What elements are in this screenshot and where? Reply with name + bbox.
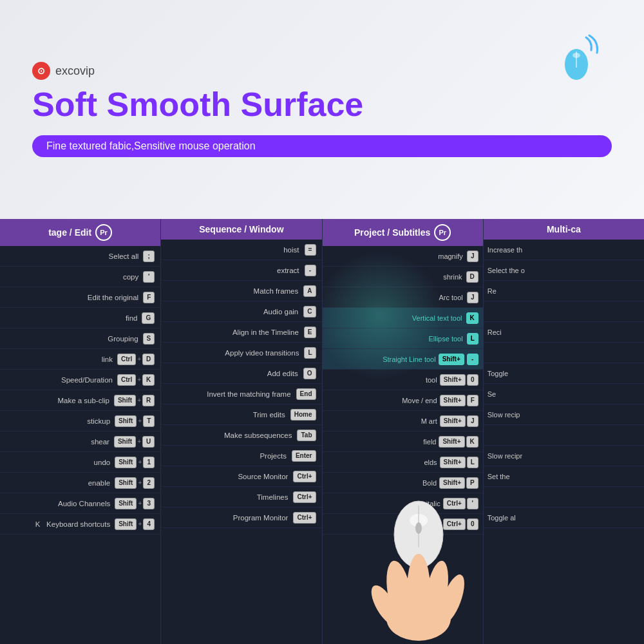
row-shear: shear Shift+U [0, 431, 160, 452]
proj-move-end: Move / end Shift+ F [323, 390, 483, 411]
far-row-5: Reci [484, 322, 644, 343]
row-audio-channels: Audio Channels Shift+3 [0, 493, 160, 514]
svg-point-6 [415, 522, 422, 534]
seq-video-transitions: Apply video transitions L [161, 343, 321, 363]
row-select-all: Select all ; [0, 246, 160, 267]
row-grouping: Grouping S [0, 328, 160, 349]
far-row-11: Slow recipr [484, 446, 644, 466]
far-row-10 [484, 425, 644, 446]
col3-pr-badge: Pr [434, 224, 451, 241]
far-row-3: Re [484, 281, 644, 301]
far-row-13 [484, 487, 644, 507]
far-row-8: Se [484, 384, 644, 404]
far-row-4 [484, 301, 644, 322]
svg-point-12 [386, 596, 451, 641]
row-speed: Speed/Duration Ctrl+K [0, 370, 160, 390]
far-row-2: Select the o [484, 260, 644, 281]
row-subclip: Make a sub-clip Shift+R [0, 390, 160, 411]
main-title: Soft Smooth Surface [32, 86, 612, 123]
proj-m-art: M art Shift+ J [323, 411, 483, 431]
col2-title: Sequence / Window [199, 224, 283, 234]
brand-row: ⊙ excovip [32, 62, 612, 80]
row-find: find G [0, 308, 160, 328]
col1-panel: tage / Edit Pr Select all ; copy ' Edit … [0, 219, 161, 644]
col3-header: Project / Subtitles Pr [323, 219, 483, 246]
proj-field: field Shift+ K [323, 431, 483, 452]
bottom-section: tage / Edit Pr Select all ; copy ' Edit … [0, 219, 644, 644]
seq-subsequences: Make subsequences Tab [161, 425, 321, 446]
col4-title: Multi-ca [547, 224, 581, 234]
col1-title: tage / Edit [48, 227, 91, 238]
seq-timelines: Timelines Ctrl+ [161, 487, 321, 507]
seq-extract: extract - [161, 260, 321, 281]
row-copy: copy ' [0, 267, 160, 287]
mouse-icon [554, 32, 599, 86]
col1-header: tage / Edit Pr [0, 219, 160, 246]
far-row-14: Toggle al [484, 507, 644, 528]
row-edit-original: Edit the original F [0, 287, 160, 308]
far-row-9: Slow recip [484, 404, 644, 425]
hand-mouse-overlay [361, 464, 477, 644]
brand-name: excovip [55, 64, 95, 78]
seq-match-frames: Match frames A [161, 281, 321, 301]
far-row-1: Increase th [484, 240, 644, 260]
col4-header: Multi-ca [484, 219, 644, 240]
seq-hoist: hoist = [161, 240, 321, 260]
seq-audio-gain: Audio gain C [161, 301, 321, 322]
panels-wrapper: tage / Edit Pr Select all ; copy ' Edit … [0, 219, 644, 644]
seq-align-timeline: Align in the Timeline E [161, 322, 321, 343]
col2-header: Sequence / Window [161, 219, 321, 240]
seq-source-monitor: Source Monitor Ctrl+ [161, 466, 321, 487]
seq-invert: Invert the matching frame End [161, 384, 321, 404]
subtitle-badge: Fine textured fabic,Sensitive mouse oper… [32, 135, 612, 157]
far-row-6 [484, 343, 644, 363]
row-stickup: stickup Shift+T [0, 411, 160, 431]
seq-trim-edits: Trim edits Home [161, 404, 321, 425]
row-link: link Ctrl+D [0, 349, 160, 370]
col4-panel: Multi-ca Increase th Select the o Re Rec… [484, 219, 644, 644]
col1-pr-badge: Pr [95, 224, 112, 241]
col3-panel: Project / Subtitles Pr magnify J shrink … [323, 219, 484, 644]
seq-program-monitor: Program Monitor Ctrl+ [161, 507, 321, 528]
row-undo: undo Shift+1 [0, 452, 160, 473]
svg-point-2 [573, 53, 580, 58]
far-row-12: Set the [484, 466, 644, 487]
col2-panel: Sequence / Window hoist = extract - Matc… [161, 219, 322, 644]
brand-logo-icon: ⊙ [32, 62, 50, 80]
row-enable: enable Shift+2 [0, 473, 160, 493]
seq-add-edits: Add edits O [161, 363, 321, 384]
seq-projects: Projects Enter [161, 446, 321, 466]
glow-effect [323, 251, 444, 380]
top-section: ⊙ excovip Soft Smooth Surface Fine textu… [0, 0, 644, 219]
col3-title: Project / Subtitles [354, 227, 430, 238]
row-keyboard-shortcuts: K Keyboard shortcuts Shift+4 [0, 514, 160, 535]
far-row-7: Toggle [484, 363, 644, 384]
